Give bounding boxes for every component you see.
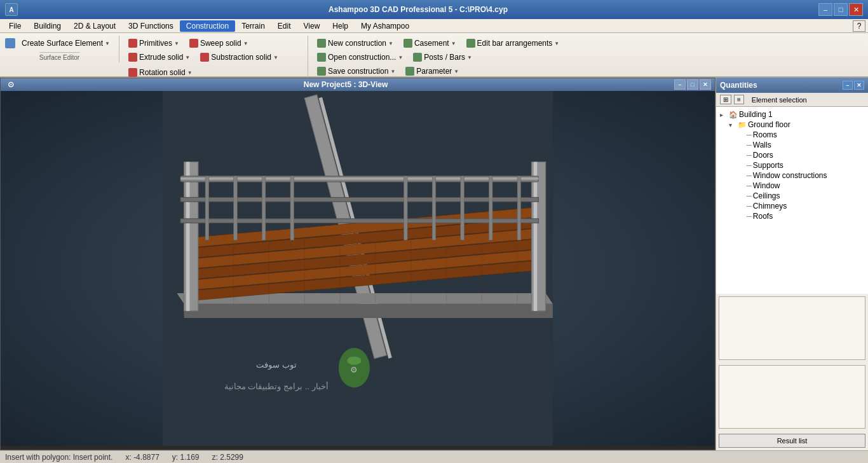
construction-buttons-2: Open construction... ▼ Posts / Bars ▼ [313,51,563,64]
menu-3d-functions[interactable]: 3D Functions [122,20,180,32]
toolbar-row: Create Surface Element ▼ [5,37,114,50]
walls-icon: ─ [747,141,752,149]
viewport-titlebar: ⊙ New Project5 : 3D-View – □ ✕ [1,78,715,91]
tree-supports[interactable]: ─ Supports [736,160,865,170]
menu-terrain[interactable]: Terrain [235,20,271,32]
status-y: y: 1.169 [172,453,200,462]
tree-roofs[interactable]: ─ Roofs [736,211,865,221]
svg-text:توب سوفت: توب سوفت [256,360,297,370]
title-bar-left: A [5,3,18,16]
tree-root-building[interactable]: ▸ 🏠 Building 1 [719,109,865,120]
posts-bars-btn[interactable]: Posts / Bars ▼ [409,51,476,64]
minimize-button[interactable]: – [818,3,832,16]
tree-ground-children: ─ Rooms ─ Walls ─ Doors [736,130,865,221]
doors-icon: ─ [747,151,752,159]
primitives-btn[interactable]: Primitives ▼ [125,37,183,50]
panel-list-btn[interactable]: ≡ [734,95,744,104]
tree-rooms[interactable]: ─ Rooms [736,130,865,140]
svg-rect-35 [461,176,465,240]
chimneys-icon: ─ [747,202,752,210]
extrude-btn[interactable]: Extrude solid ▼ [125,51,194,64]
ceilings-icon: ─ [747,192,752,200]
panel-minimize-btn[interactable]: – [843,81,853,90]
sweep-solid-btn[interactable]: Sweep solid ▼ [186,37,252,50]
toolbar: Create Surface Element ▼ Surface Editor … [0,33,868,78]
parameter-icon [405,67,414,76]
tree-area: ▸ 🏠 Building 1 ▾ 📁 Ground floor ─ Rooms [716,107,868,294]
menu-myashampoo[interactable]: My Ashampoo [355,20,416,32]
panel-toolbar: ⊞ ≡ Element selection [716,93,868,107]
maximize-button[interactable]: □ [834,3,848,16]
panel-titlebar: Quantities – ✕ [716,78,868,93]
viewport: ⊙ New Project5 : 3D-View – □ ✕ [0,78,715,450]
menu-file[interactable]: File [3,20,27,32]
viewport-maximize-btn[interactable]: □ [687,79,698,90]
tree-children: ▾ 📁 Ground floor ─ Rooms ─ Walls [728,120,865,221]
edit-bar-btn[interactable]: Edit bar arrangements ▼ [463,37,564,50]
svg-text:أخبار .. برامج وتطبيقات مجانية: أخبار .. برامج وتطبيقات مجانية [224,381,329,392]
svg-rect-29 [205,176,209,240]
menu-construction[interactable]: Construction [180,20,235,32]
menu-edit[interactable]: Edit [271,20,297,32]
help-icon[interactable]: ? [853,20,865,32]
construction-buttons-3: Save construction ▼ Parameter ▼ [313,65,563,78]
tree-doors-label: Doors [753,151,773,160]
save-construction-icon [317,67,326,76]
tree-building-label: Building 1 [739,110,773,119]
toolbar-group-surface: Create Surface Element ▼ Surface Editor [3,36,119,62]
rooms-icon: ─ [747,131,752,139]
tree-walls-label: Walls [753,141,771,149]
tree-walls[interactable]: ─ Walls [736,140,865,150]
casement-btn[interactable]: Casement ▼ [400,37,460,50]
rotation-btn[interactable]: Rotation solid ▼ [125,66,196,79]
panel-controls: – ✕ [843,81,864,90]
sweep-icon [189,39,198,48]
open-construction-btn[interactable]: Open construction... ▼ [313,51,407,64]
menu-2d-layout[interactable]: 2D & Layout [67,20,122,32]
panel-grid-btn[interactable]: ⊞ [720,95,731,104]
svg-rect-33 [404,176,408,240]
panel-close-btn[interactable]: ✕ [854,81,864,90]
surface-group-label: Surface Editor [39,52,79,61]
status-bar: Insert with polygon: Insert point. x: -4… [0,450,868,463]
app-icon: A [5,3,18,16]
menu-help[interactable]: Help [326,20,355,32]
title-bar: A Ashampoo 3D CAD Professional 5 - C:\PR… [0,0,868,19]
new-construction-btn[interactable]: New construction ▼ [313,37,397,50]
close-button[interactable]: ✕ [849,3,863,16]
status-z: z: 2.5299 [212,453,243,462]
status-x: x: -4.8877 [125,453,159,462]
svg-point-41 [347,356,361,364]
tree-ceilings[interactable]: ─ Ceilings [736,191,865,201]
construction-buttons-1: New construction ▼ Casement ▼ Edit bar a… [313,37,563,50]
building-icon: 🏠 [729,111,738,119]
panel-filter-label: Element selection [752,96,807,104]
tree-window-constructions[interactable]: ─ Window constructions [736,170,865,181]
rotation-icon [128,68,137,77]
svg-rect-21 [184,162,198,311]
tree-chimneys[interactable]: ─ Chimneys [736,201,865,211]
parameter-btn[interactable]: Parameter ▼ [402,65,463,78]
svg-marker-3 [184,304,553,318]
viewport-nav-icon: ⊙ [4,80,17,89]
result-list-btn[interactable]: Result list [719,434,865,448]
tree-doors[interactable]: ─ Doors [736,150,865,160]
menu-bar: File Building 2D & Layout 3D Functions C… [0,19,868,33]
viewport-title: New Project5 : 3D-View [304,80,388,89]
menu-building[interactable]: Building [27,20,67,32]
viewport-close-btn[interactable]: ✕ [700,79,711,90]
tree-ceilings-label: Ceilings [753,191,780,200]
viewport-content: توب سوفت أخبار .. برامج وتطبيقات مجانية … [1,91,715,446]
toolbar-3d-buttons: Primitives ▼ Sweep solid ▼ [125,37,302,50]
preview-area-1 [719,296,865,360]
tree-ground-floor[interactable]: ▾ 📁 Ground floor [728,120,865,130]
svg-rect-34 [432,176,436,240]
create-surface-btn[interactable]: Create Surface Element ▼ [18,37,114,50]
substraction-btn[interactable]: Substraction solid ▼ [196,51,282,64]
save-construction-btn[interactable]: Save construction ▼ [313,65,399,78]
tree-roofs-label: Roofs [753,212,773,221]
viewport-minimize-btn[interactable]: – [674,79,686,90]
tree-window[interactable]: ─ Window [736,181,865,191]
posts-bars-icon [413,53,422,62]
menu-view[interactable]: View [297,20,327,32]
